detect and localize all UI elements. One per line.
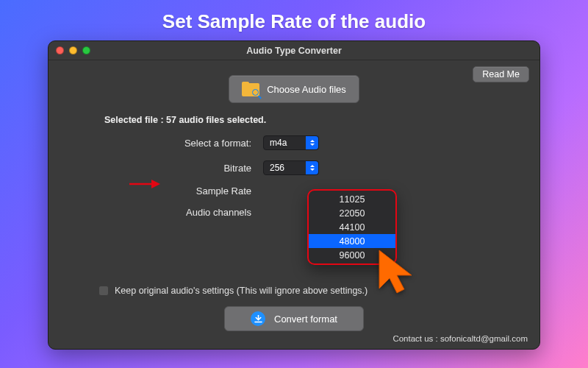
- readme-button[interactable]: Read Me: [473, 66, 529, 82]
- annotation-arrow-icon: [128, 178, 160, 190]
- window-title: Audio Type Converter: [246, 46, 342, 56]
- sample-rate-option[interactable]: 22050: [309, 206, 395, 220]
- format-row: Select a format: m4a: [112, 135, 520, 150]
- titlebar: Audio Type Converter: [49, 41, 539, 60]
- convert-button[interactable]: Convert format: [224, 306, 364, 331]
- zoom-icon[interactable]: [82, 46, 90, 54]
- choose-audio-label: Choose Audio files: [267, 84, 346, 95]
- format-value: m4a: [270, 138, 287, 148]
- format-label: Select a format:: [112, 138, 251, 149]
- sample-rate-option-selected[interactable]: 48000: [309, 234, 395, 248]
- selected-file-status: Selected file : 57 audio files selected.: [104, 115, 520, 125]
- format-select[interactable]: m4a: [263, 135, 319, 150]
- channels-label: Audio channels: [112, 207, 251, 218]
- choose-audio-button[interactable]: Choose Audio files: [229, 75, 359, 103]
- chevron-updown-icon: [306, 136, 318, 149]
- bitrate-row: Bitrate 256: [112, 160, 520, 175]
- chevron-updown-icon: [306, 161, 318, 174]
- close-icon[interactable]: [56, 46, 64, 54]
- bitrate-value: 256: [270, 163, 284, 173]
- traffic-lights: [56, 46, 90, 54]
- sample-rate-option[interactable]: 44100: [309, 220, 395, 234]
- keep-original-row: Keep original audio's settings (This wil…: [98, 286, 520, 296]
- svg-marker-1: [151, 180, 160, 188]
- annotation-cursor-icon: [375, 247, 422, 306]
- page-banner: Set Sample Rate of the audio: [162, 10, 426, 33]
- folder-search-icon: [242, 82, 259, 96]
- minimize-icon[interactable]: [69, 46, 77, 54]
- app-window: Audio Type Converter Read Me Choose Audi…: [48, 40, 540, 350]
- bitrate-label: Bitrate: [112, 163, 251, 174]
- keep-original-label: Keep original audio's settings (This wil…: [115, 286, 368, 296]
- sample-rate-option[interactable]: 11025: [309, 192, 395, 206]
- bitrate-select[interactable]: 256: [263, 160, 319, 175]
- keep-original-checkbox[interactable]: [98, 286, 109, 296]
- convert-label: Convert format: [274, 314, 337, 325]
- contact-text: Contact us : sofonicaltd@gmail.com: [392, 334, 528, 343]
- window-content: Read Me Choose Audio files Selected file…: [49, 60, 539, 349]
- download-icon: [251, 311, 265, 326]
